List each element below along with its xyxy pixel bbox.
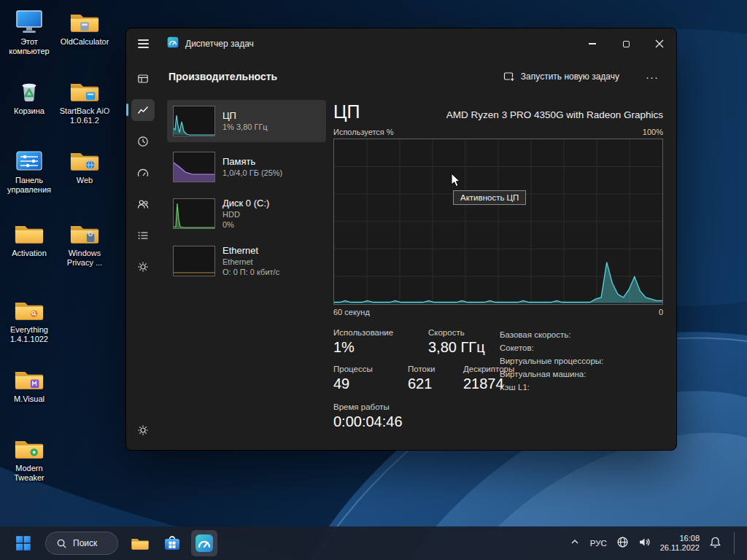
titlebar[interactable]: Диспетчер задач (126, 28, 676, 59)
desktop-icon-startback[interactable]: StartBack AiO 1.0.61.2 (58, 75, 111, 125)
perf-item-title: Диск 0 (C:) (222, 198, 269, 209)
task-manager-window: Диспетчер задач (125, 28, 677, 451)
network-button[interactable] (616, 536, 629, 551)
perf-item-detail: 1% 3,80 ГГц (222, 122, 268, 132)
volume-button[interactable] (638, 536, 651, 551)
cpu-model-name: AMD Ryzen 3 PRO 4350G with Radeon Graphi… (446, 109, 663, 120)
bell-icon (709, 536, 721, 548)
clock[interactable]: 16:08 26.11.2022 (660, 534, 700, 553)
maximize-button[interactable] (609, 28, 643, 59)
page-title: Производительность (169, 71, 277, 82)
cpu-detail-pane: ЦП AMD Ryzen 3 PRO 4350G with Radeon Gra… (333, 100, 663, 450)
details-list-icon (137, 230, 149, 241)
start-button[interactable] (10, 530, 36, 556)
microsoft-store-button[interactable] (159, 530, 185, 556)
volume-icon (638, 536, 651, 548)
desktop-icon-everything[interactable]: Everything 1.4.1.1022 (3, 294, 55, 344)
stat-usage: Использование 1% (333, 328, 409, 356)
nav-services[interactable] (131, 256, 155, 278)
desktop-icon-label: Modern Tweaker (3, 464, 55, 483)
desktop-icon-label: Activation (3, 249, 55, 258)
cpu-info-labels: Базовая скорость: Сокетов: Виртуальные п… (500, 328, 603, 394)
file-explorer-button[interactable] (127, 530, 153, 556)
close-button[interactable] (643, 28, 676, 59)
folder-icon (69, 144, 101, 174)
minimize-button[interactable] (576, 28, 609, 59)
control-panel-icon (13, 144, 45, 174)
network-globe-icon (616, 536, 629, 548)
cpu-usage-graph[interactable]: Активность ЦП (333, 139, 663, 305)
folder-icon (13, 363, 45, 392)
desktop-icon-this-pc[interactable]: Этот компьютер (3, 6, 55, 56)
ethernet-thumbnail-graph (173, 246, 215, 276)
nav-performance[interactable] (131, 99, 155, 121)
nav-settings[interactable] (131, 419, 155, 441)
nav-users[interactable] (131, 193, 155, 215)
recycle-bin-icon (13, 75, 45, 104)
desktop-icon-label: Everything 1.4.1.1022 (3, 325, 55, 344)
perf-item-memory[interactable]: Память 1,0/4,0 ГБ (25%) (167, 146, 326, 188)
hamburger-menu-button[interactable] (126, 28, 160, 59)
run-new-task-label: Запустить новую задачу (521, 71, 619, 82)
show-desktop-button[interactable] (734, 532, 737, 554)
store-icon (163, 534, 181, 552)
memory-thumbnail-graph (173, 152, 215, 182)
maximize-icon (623, 41, 630, 47)
users-icon (137, 198, 149, 210)
run-new-task-button[interactable]: Запустить новую задачу (498, 66, 625, 87)
search-icon (56, 538, 67, 549)
stat-speed: Скорость 3,80 ГГц (428, 328, 485, 356)
desktop-icon-label: Этот компьютер (3, 37, 55, 56)
task-manager-app-icon (167, 36, 179, 51)
desktop: Этот компьютер OldCalculator Корзина Sta… (0, 0, 747, 560)
axis-label-usage: Используется % (333, 128, 394, 136)
cpu-heading: ЦП (333, 101, 360, 122)
hidden-icons-chevron[interactable] (569, 536, 581, 551)
speedometer-icon (137, 167, 149, 179)
desktop-icon-label: Web (58, 176, 111, 185)
language-indicator[interactable]: РУС (590, 539, 607, 548)
nav-startup-apps[interactable] (131, 162, 155, 184)
minimize-icon (589, 43, 596, 44)
desktop-icon-web[interactable]: Web (58, 144, 111, 185)
search-box[interactable]: Поиск (45, 532, 118, 555)
perf-item-title: Ethernet (222, 245, 279, 257)
folder-icon (69, 75, 101, 104)
taskbar: Поиск РУС 16:08 (0, 526, 747, 560)
desktop-icon-mvisual[interactable]: M.Visual (3, 363, 55, 404)
desktop-icon-oldcalculator[interactable]: OldCalculator (58, 6, 111, 47)
notifications-button[interactable] (709, 536, 721, 551)
perf-item-title: Память (222, 156, 282, 168)
cpu-thumbnail-graph (173, 106, 215, 136)
desktop-icon-recycle-bin[interactable]: Корзина (3, 75, 55, 116)
window-title: Диспетчер задач (185, 39, 254, 49)
desktop-icon-windows-privacy[interactable]: Windows Privacy ... (58, 217, 111, 268)
perf-item-detail: 1,0/4,0 ГБ (25%) (222, 168, 282, 178)
computer-icon (13, 6, 45, 35)
nav-app-history[interactable] (131, 131, 155, 152)
perf-item-disk[interactable]: Диск 0 (C:) HDD 0% (167, 192, 326, 236)
desktop-icon-label: OldCalculator (58, 37, 111, 47)
desktop-icon-control-panel[interactable]: Панель управления (3, 144, 55, 195)
more-options-button[interactable]: ··· (641, 68, 663, 86)
windows-logo-icon (15, 535, 31, 551)
chevron-up-icon (569, 536, 581, 548)
stat-processes: Процессы 49 (333, 365, 389, 392)
perf-item-cpu[interactable]: ЦП 1% 3,80 ГГц (167, 100, 326, 142)
desktop-icon-label: M.Visual (3, 394, 55, 404)
perf-item-detail: Ethernet (222, 257, 279, 267)
desktop-icon-activation[interactable]: Activation (3, 217, 55, 258)
services-gear-icon (137, 261, 149, 273)
desktop-icon-modern-tweaker[interactable]: Modern Tweaker (3, 432, 55, 483)
file-explorer-icon (131, 536, 150, 551)
desktop-icon-label: Корзина (3, 106, 55, 116)
nav-processes[interactable] (131, 68, 155, 90)
perf-item-detail2: 0% (222, 219, 269, 230)
nav-details[interactable] (131, 225, 155, 246)
perf-item-ethernet[interactable]: Ethernet Ethernet О: 0 П: 0 кбит/с (167, 239, 326, 283)
stat-uptime: Время работы 0:00:04:46 (333, 402, 644, 430)
search-label: Поиск (73, 538, 97, 548)
nav-rail (126, 59, 160, 450)
task-manager-taskbar-button[interactable] (191, 530, 217, 556)
desktop-icon-label: Windows Privacy ... (58, 249, 111, 268)
